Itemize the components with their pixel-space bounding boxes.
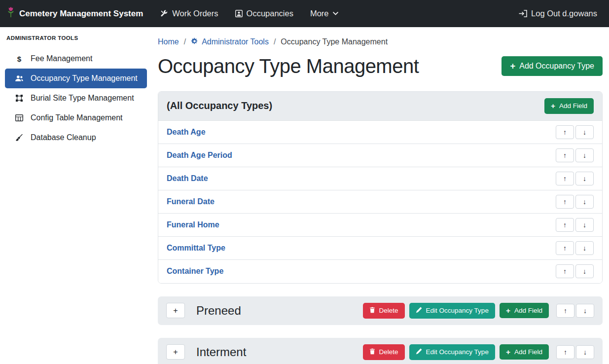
reorder-controls: ↑↓ (556, 195, 594, 209)
app-title: Cemetery Management System (19, 9, 143, 19)
move-up-button[interactable]: ↑ (556, 304, 574, 318)
nav-more-label: More (310, 9, 329, 18)
field-row: Funeral Home↑↓ (158, 214, 602, 237)
add-field-button[interactable]: + Add Field (544, 98, 594, 114)
breadcrumb: Home / Administrator Tools / Occupancy T… (158, 36, 603, 48)
sidebar-item-occupancy-type-management[interactable]: Occupancy Type Management (5, 69, 147, 88)
expand-button[interactable]: + (166, 303, 185, 318)
move-up-button[interactable]: ↑ (556, 172, 574, 185)
reorder-controls: ↑↓ (556, 148, 594, 162)
occupancy-type-section-preneed: +PreneedDeleteEdit Occupancy Type+Add Fi… (158, 296, 603, 325)
table-icon (14, 114, 25, 121)
pencil-icon (416, 307, 422, 315)
sidebar-item-label: Fee Management (31, 54, 92, 63)
move-down-button[interactable]: ↓ (575, 264, 594, 278)
sidebar-item-label: Occupancy Type Management (31, 74, 138, 83)
field-link[interactable]: Funeral Date (167, 197, 215, 206)
add-field-button[interactable]: +Add Field (500, 344, 549, 360)
nav-more[interactable]: More (310, 9, 338, 18)
field-link[interactable]: Container Type (167, 267, 223, 276)
dollar-icon: $ (14, 55, 25, 63)
field-link[interactable]: Funeral Home (167, 220, 219, 229)
nav-work-orders-label: Work Orders (172, 9, 218, 18)
all-occupancy-types-card: (All Occupancy Types) + Add Field Death … (158, 91, 603, 284)
move-down-button[interactable]: ↓ (576, 345, 594, 359)
field-row: Death Date↑↓ (158, 167, 602, 190)
move-down-button[interactable]: ↓ (575, 172, 594, 185)
all-occupancy-types-title: (All Occupancy Types) (167, 100, 272, 111)
breadcrumb-home-link[interactable]: Home (158, 37, 179, 46)
add-field-label: Add Field (559, 102, 587, 109)
field-link[interactable]: Committal Type (167, 244, 225, 253)
delete-button[interactable]: Delete (363, 303, 405, 319)
section-title: Interment (196, 345, 246, 359)
reorder-controls: ↑↓ (556, 345, 594, 359)
field-link[interactable]: Death Age (167, 128, 206, 137)
expand-button[interactable]: + (166, 344, 185, 360)
reorder-controls: ↑↓ (556, 125, 594, 139)
flower-logo-icon (7, 7, 15, 20)
logout-label: Log Out d.gowans (531, 9, 597, 18)
field-row: Funeral Date↑↓ (158, 190, 602, 214)
sidebar-item-fee-management[interactable]: $Fee Management (5, 49, 147, 69)
sidebar-heading: Administrator Tools (0, 35, 152, 41)
occupancies-icon (235, 10, 243, 17)
field-link[interactable]: Death Date (167, 174, 208, 183)
move-up-button[interactable]: ↑ (556, 148, 574, 162)
move-up-button[interactable]: ↑ (556, 264, 574, 278)
delete-button[interactable]: Delete (363, 344, 405, 360)
breadcrumb-admin-tools-label: Administrator Tools (202, 37, 269, 46)
pencil-icon (416, 348, 422, 356)
move-up-button[interactable]: ↑ (556, 241, 574, 255)
page-title: Occupancy Type Management (158, 54, 419, 78)
edit-occupancy-type-button[interactable]: Edit Occupancy Type (409, 303, 495, 319)
breadcrumb-current: Occupancy Type Management (281, 37, 388, 46)
plus-icon: + (506, 307, 510, 315)
logout-link[interactable]: Log Out d.gowans (519, 9, 597, 18)
edit-occupancy-type-button[interactable]: Edit Occupancy Type (409, 344, 495, 360)
reorder-controls: ↑↓ (556, 241, 594, 255)
add-occupancy-type-label: Add Occupancy Type (519, 62, 594, 71)
breadcrumb-separator: / (184, 37, 186, 46)
move-up-button[interactable]: ↑ (556, 125, 574, 139)
sidebar: Administrator Tools $Fee ManagementOccup… (0, 27, 152, 364)
field-link[interactable]: Death Age Period (167, 151, 232, 160)
field-row: Container Type↑↓ (158, 260, 602, 283)
breadcrumb-separator: / (274, 37, 276, 46)
top-navbar: Cemetery Management System Work Orders O… (0, 0, 609, 27)
main-content: Home / Administrator Tools / Occupancy T… (152, 27, 609, 364)
nav-work-orders[interactable]: Work Orders (160, 9, 218, 18)
add-field-button[interactable]: +Add Field (500, 303, 549, 319)
trash-icon (369, 348, 375, 356)
add-occupancy-type-button[interactable]: + Add Occupancy Type (502, 56, 603, 76)
move-down-button[interactable]: ↓ (575, 195, 594, 209)
move-up-button[interactable]: ↑ (556, 195, 574, 209)
plus-icon: + (510, 62, 515, 71)
breadcrumb-admin-tools-link[interactable]: Administrator Tools (191, 37, 269, 47)
reorder-controls: ↑↓ (556, 264, 594, 278)
move-down-button[interactable]: ↓ (575, 125, 594, 139)
sidebar-item-config-table-management[interactable]: Config Table Management (5, 108, 147, 128)
broom-icon (14, 134, 25, 142)
reorder-controls: ↑↓ (556, 218, 594, 232)
move-down-button[interactable]: ↓ (575, 241, 594, 255)
sidebar-item-burial-site-type-management[interactable]: Burial Site Type Management (5, 88, 147, 108)
plus-icon: + (506, 348, 510, 356)
field-row: Death Age Period↑↓ (158, 144, 602, 167)
nav-occupancies[interactable]: Occupancies (235, 9, 293, 18)
sidebar-item-database-cleanup[interactable]: Database Cleanup (5, 128, 147, 147)
move-down-button[interactable]: ↓ (575, 148, 594, 162)
move-down-button[interactable]: ↓ (576, 304, 594, 318)
nav-occupancies-label: Occupancies (247, 9, 293, 18)
move-up-button[interactable]: ↑ (556, 345, 574, 359)
work-orders-icon (160, 10, 168, 17)
sidebar-item-label: Config Table Management (31, 113, 123, 122)
app-brand: Cemetery Management System (7, 7, 143, 20)
burial-site-icon (14, 95, 25, 102)
chevron-down-icon (333, 12, 338, 15)
move-down-button[interactable]: ↓ (575, 218, 594, 232)
sidebar-list: $Fee ManagementOccupancy Type Management… (0, 49, 152, 147)
reorder-controls: ↑↓ (556, 304, 594, 318)
field-row: Committal Type↑↓ (158, 237, 602, 260)
move-up-button[interactable]: ↑ (556, 218, 574, 232)
